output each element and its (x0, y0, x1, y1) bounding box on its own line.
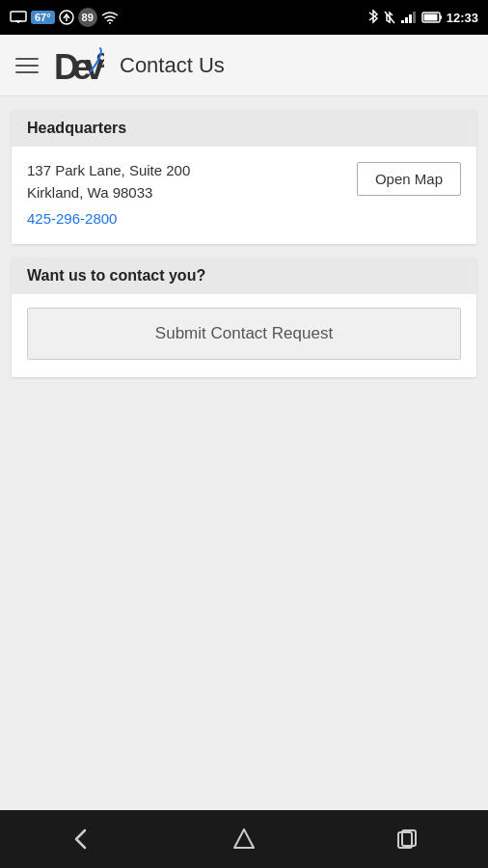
svg-point-5 (109, 22, 111, 24)
headquarters-title: Headquarters (27, 120, 126, 136)
bluetooth-icon (367, 10, 379, 25)
svg-rect-7 (401, 20, 404, 23)
temperature-badge: 67° (31, 11, 55, 24)
back-button[interactable] (60, 818, 102, 860)
headquarters-address: 137 Park Lane, Suite 200 Kirkland, Wa 98… (27, 160, 190, 227)
svg-rect-12 (440, 15, 442, 19)
contact-request-title: Want us to contact you? (27, 267, 205, 284)
status-bar-left: 67° 89 (10, 8, 119, 27)
status-time: 12:33 (447, 11, 478, 25)
page-title: Contact Us (120, 53, 225, 78)
svg-rect-0 (11, 12, 26, 21)
address-line-2: Kirkland, Wa 98033 (27, 182, 190, 203)
wifi-icon (101, 11, 119, 24)
logo-icon: D e v 9 (54, 44, 104, 87)
status-bar-right: 12:33 (367, 10, 478, 25)
svg-rect-9 (409, 14, 412, 23)
home-button[interactable] (223, 818, 265, 860)
battery-icon (421, 12, 443, 23)
mute-icon (383, 10, 396, 25)
app-bar: D e v 9 Contact Us (0, 35, 488, 96)
svg-marker-18 (234, 829, 254, 848)
svg-rect-10 (413, 12, 416, 23)
menu-button[interactable] (15, 52, 42, 79)
back-icon (68, 827, 94, 852)
upload-icon (59, 10, 74, 25)
screen-icon (10, 11, 27, 24)
address-line-1: 137 Park Lane, Suite 200 (27, 160, 190, 180)
svg-rect-8 (405, 17, 408, 23)
nav-bar (0, 810, 488, 868)
headquarters-card-body: 137 Park Lane, Suite 200 Kirkland, Wa 98… (12, 147, 476, 244)
open-map-button[interactable]: Open Map (357, 162, 461, 196)
contact-request-card: Want us to contact you? Submit Contact R… (12, 258, 476, 377)
signal-icon (400, 11, 418, 24)
phone-link[interactable]: 425-296-2800 (27, 210, 190, 227)
svg-rect-13 (423, 14, 437, 21)
contact-request-card-body: Submit Contact Request (12, 294, 476, 377)
notification-badge: 89 (78, 8, 97, 27)
logo: D e v 9 (54, 44, 104, 87)
headquarters-card: Headquarters 137 Park Lane, Suite 200 Ki… (12, 110, 476, 244)
recents-button[interactable] (386, 818, 428, 860)
status-bar: 67° 89 (0, 0, 488, 35)
main-content: Headquarters 137 Park Lane, Suite 200 Ki… (0, 96, 488, 810)
headquarters-card-header: Headquarters (12, 110, 476, 147)
contact-request-card-header: Want us to contact you? (12, 258, 476, 294)
recents-icon (394, 827, 420, 852)
submit-contact-request-button[interactable]: Submit Contact Request (27, 308, 461, 360)
home-icon (231, 827, 257, 852)
